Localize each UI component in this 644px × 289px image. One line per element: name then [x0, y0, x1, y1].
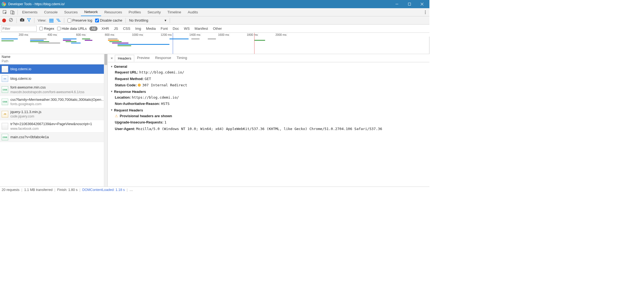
timeline-bar — [169, 39, 189, 39]
details-tab-preview[interactable]: Preview — [134, 55, 152, 61]
user-agent: User-Agent: Mozilla/5.0 (Windows NT 10.0… — [110, 126, 427, 132]
filter-type-ws[interactable]: WS — [183, 26, 191, 31]
svg-line-15 — [10, 19, 12, 21]
timeline-bar — [1, 39, 18, 39]
response-headers-section[interactable]: Response Headers — [110, 89, 427, 94]
separator — [34, 18, 34, 23]
timeline-tick: 1200 ms — [161, 33, 172, 36]
filter-type-media[interactable]: Media — [145, 26, 157, 31]
timeline-bar — [108, 40, 119, 41]
doc-file-icon — [2, 66, 8, 72]
regex-checkbox[interactable]: Regex — [39, 26, 54, 31]
record-button[interactable] — [2, 19, 6, 22]
response-location: Location: https://blog.cdemi.io/ — [110, 94, 427, 101]
timeline-tick: 600 ms — [76, 33, 86, 36]
svg-point-17 — [22, 19, 23, 21]
maximize-button[interactable] — [403, 0, 416, 8]
inspect-element-icon[interactable] — [1, 8, 9, 16]
request-row[interactable]: CSSmain.css?v=0bfabc4e1a — [0, 132, 107, 142]
dcl-marker — [173, 33, 173, 54]
request-path: maxcdn.bootstrapcdn.com/font-awesome/4.6… — [10, 90, 84, 94]
svg-rect-23 — [57, 20, 60, 20]
svg-rect-24 — [58, 21, 61, 22]
request-path: www.facebook.com — [10, 126, 92, 131]
tab-resources[interactable]: Resources — [101, 8, 125, 16]
timeline-bar — [191, 39, 200, 39]
preserve-log-label: Preserve log — [72, 18, 92, 22]
tab-network[interactable]: Network — [81, 8, 101, 16]
request-list[interactable]: blog.cdemi.io<>blog.cdemi.ioCSSfont-awes… — [0, 64, 107, 187]
status-bar: 20 requests | 1.1 MB transferred | Finis… — [0, 187, 429, 193]
filter-icon[interactable] — [27, 18, 31, 23]
close-button[interactable] — [416, 0, 428, 8]
tab-profiles[interactable]: Profiles — [125, 8, 144, 16]
status-requests: 20 requests — [2, 188, 19, 192]
separator — [17, 10, 18, 15]
request-name: jquery-1.11.3.min.js — [10, 110, 41, 114]
filter-type-all[interactable]: All — [89, 26, 98, 31]
filter-input[interactable] — [1, 26, 37, 32]
timeline-bar — [38, 43, 60, 43]
preserve-log-checkbox[interactable]: Preserve log — [68, 18, 92, 22]
filter-type-manifest[interactable]: Manifest — [194, 26, 209, 31]
filter-type-other[interactable]: Other — [212, 26, 223, 31]
throttling-select[interactable]: No throttling▾ — [129, 18, 166, 22]
filter-type-js[interactable]: JS — [113, 26, 119, 31]
request-row[interactable]: blog.cdemi.io — [0, 64, 107, 74]
minimize-button[interactable] — [391, 0, 403, 8]
timeline-bar — [112, 43, 128, 43]
disable-cache-checkbox[interactable]: Disable cache — [95, 18, 122, 22]
doc-file-icon — [2, 123, 8, 129]
filter-type-doc[interactable]: Doc — [172, 26, 180, 31]
status-dot-icon — [138, 84, 141, 87]
request-headers-section[interactable]: Request Headers — [110, 107, 427, 113]
details-tab-timing[interactable]: Timing — [174, 55, 190, 61]
request-url: Request URL: http://blog.cdemi.io/ — [110, 69, 427, 76]
timeline-bar — [85, 40, 92, 41]
scrollbar-thumb[interactable] — [104, 54, 107, 65]
hide-data-urls-checkbox[interactable]: Hide data URLs — [57, 26, 87, 31]
network-timeline[interactable]: 200 ms400 ms600 ms800 ms1000 ms1200 ms14… — [0, 33, 429, 54]
scrollbar[interactable] — [104, 54, 107, 187]
request-row[interactable]: CSSfont-awesome.min.cssmaxcdn.bootstrapc… — [0, 84, 107, 96]
svg-point-13 — [425, 13, 426, 14]
waterfall-view-icon[interactable] — [56, 19, 61, 22]
general-section-header[interactable]: General — [110, 63, 427, 69]
timeline-bar — [30, 40, 44, 41]
filter-type-img[interactable]: Img — [134, 26, 142, 31]
capture-screenshots-icon[interactable] — [20, 18, 24, 23]
more-menu-icon[interactable] — [421, 8, 429, 16]
filter-type-font[interactable]: Font — [160, 26, 169, 31]
html-file-icon: <> — [2, 75, 8, 82]
timeline-bar — [63, 40, 71, 41]
details-tab-headers[interactable]: Headers — [115, 55, 134, 62]
tab-security[interactable]: Security — [144, 8, 164, 16]
timeline-tick: 1800 ms — [247, 33, 258, 36]
request-row[interactable]: JSjquery-1.11.3.min.jscode.jquery.com — [0, 108, 107, 120]
timeline-bar — [30, 39, 46, 39]
close-details-icon[interactable]: × — [109, 56, 114, 60]
timeline-bar — [1, 40, 14, 41]
hide-data-label: Hide data URLs — [62, 26, 87, 31]
provisional-warning: ⚠ Provisional headers are shown — [110, 113, 172, 119]
timeline-bar — [71, 43, 81, 43]
tab-console[interactable]: Console — [41, 8, 61, 16]
tab-sources[interactable]: Sources — [61, 8, 81, 16]
device-toolbar-icon[interactable] — [9, 8, 16, 16]
request-details-panel: × HeadersPreviewResponseTiming General R… — [108, 54, 429, 187]
request-row[interactable]: tr?id=210636642667139&ev=PageView&noscri… — [0, 120, 107, 132]
tab-audits[interactable]: Audits — [185, 8, 201, 16]
js-file-icon: JS — [2, 111, 8, 117]
filter-type-xhr[interactable]: XHR — [100, 26, 110, 31]
tab-elements[interactable]: Elements — [19, 8, 41, 16]
status-transferred: 1.1 MB transferred — [24, 188, 53, 192]
timeline-bar — [66, 41, 77, 42]
clear-button[interactable] — [9, 18, 13, 23]
request-row[interactable]: CSScss?family=Merriweather:300,700,700it… — [0, 96, 107, 108]
details-tab-response[interactable]: Response — [152, 55, 174, 61]
large-rows-icon[interactable] — [49, 19, 54, 22]
filter-type-css[interactable]: CSS — [122, 26, 131, 31]
request-name: blog.cdemi.io — [10, 67, 31, 72]
tab-timeline[interactable]: Timeline — [164, 8, 185, 16]
request-row[interactable]: <>blog.cdemi.io — [0, 74, 107, 84]
